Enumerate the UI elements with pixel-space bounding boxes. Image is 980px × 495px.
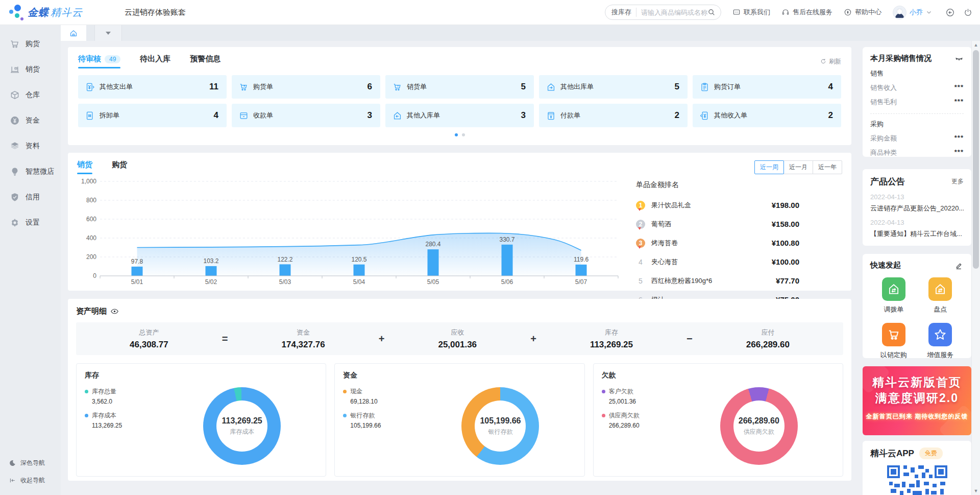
tab-home[interactable] [61, 25, 86, 41]
after-sales-label: 售后在线服务 [793, 8, 832, 17]
account-title: 云进销存体验账套 [125, 8, 186, 17]
pending-card-receipt[interactable]: 收款单 3 [232, 104, 380, 127]
pending-count-badge: 49 [105, 55, 120, 63]
assets-panel: 资产明细 总资产 46,308.77 = 资金 [68, 299, 851, 481]
more-link[interactable]: 更多 [951, 177, 964, 186]
announcement-item: 2022-04-13 云进销存产品更新公告_20220... [870, 193, 964, 213]
asset-equation: 总资产 46,308.77 = 资金 174,327.76 + [76, 322, 843, 355]
moon-icon [9, 459, 16, 467]
period-week-button[interactable]: 近一周 [754, 160, 784, 174]
avatar[interactable] [893, 6, 906, 19]
pending-card-purchase-order[interactable]: 购货单 6 [232, 75, 380, 99]
svg-text:330.7: 330.7 [499, 236, 514, 243]
refresh-icon [820, 58, 826, 64]
contact-us-link[interactable]: 联系我们 [732, 8, 770, 17]
tab-pending-inout[interactable]: 待出入库 [140, 54, 170, 68]
period-toggle-group: 近一周 近一月 近一年 [754, 160, 842, 174]
summary-row: 商品种类 *** [870, 148, 964, 157]
ranking-row[interactable]: 1 果汁饮品礼盒 ¥198.00 [636, 196, 799, 215]
sidebar-item-funds[interactable]: 资金 [0, 108, 61, 133]
pending-count: 11 [209, 82, 218, 92]
power-icon[interactable] [963, 8, 973, 17]
home-icon [69, 29, 78, 37]
pagination-dot[interactable] [462, 133, 465, 136]
pending-card-other-expense[interactable]: 其他支出单 11 [78, 75, 227, 99]
pending-card-other-income[interactable]: 其他收入单 2 [693, 104, 841, 127]
bronze-medal-icon: 3 [636, 239, 645, 248]
user-name: 小乔 [910, 8, 923, 17]
quick-action-transfer[interactable]: 调拨单 [870, 277, 917, 314]
pending-card-sales-order[interactable]: 销货单 5 [385, 75, 534, 99]
scroll-down-arrow[interactable]: ▼ [972, 487, 980, 495]
cart-sales-icon [393, 82, 402, 92]
tab-purchase[interactable]: 购货 [112, 160, 127, 174]
brand-logo[interactable]: 金蝶 精斗云 [8, 4, 95, 21]
inventory-donut-chart[interactable]: 113,269.25 库存成本 [203, 387, 281, 465]
sidebar-item-settings[interactable]: 设置 [0, 210, 61, 235]
inventory-donut-card: 库存 库存总量 3,562.0 库存成 [76, 363, 326, 477]
headset-icon [781, 8, 790, 16]
quick-action-stocktake[interactable]: 盘点 [917, 277, 964, 314]
quick-action-vas[interactable]: 增值服务 [917, 323, 964, 360]
pending-card-payment[interactable]: 付款单 2 [539, 104, 688, 127]
debt-donut-chart[interactable]: 266,289.60 供应商欠款 [720, 387, 798, 465]
period-month-button[interactable]: 近一月 [783, 160, 813, 174]
inventory-search[interactable]: 搜库存 [605, 5, 721, 20]
dark-nav-toggle[interactable]: 深色导航 [0, 454, 61, 472]
sidebar-item-sales[interactable]: 销货 [0, 57, 61, 82]
pending-card-disassembly[interactable]: 拆卸单 4 [78, 104, 227, 127]
pending-card-other-outbound[interactable]: 其他出库单 5 [539, 75, 688, 99]
announcement-link[interactable]: 云进销存产品更新公告_20220... [870, 204, 964, 213]
pending-card-other-inbound[interactable]: 其他入库单 3 [385, 104, 534, 127]
ranking-row[interactable]: 4 夹心海苔 ¥100.00 [636, 252, 799, 271]
back-circle-icon[interactable] [945, 8, 955, 17]
eye-icon[interactable] [110, 307, 119, 316]
sidebar-item-purchase[interactable]: 购货 [0, 31, 61, 57]
ranking-row[interactable]: 2 葡萄酒 ¥158.00 [636, 215, 799, 233]
sidebar-item-credit[interactable]: 信用 [0, 184, 61, 210]
product-ranking: 单品金额排名 1 果汁饮品礼盒 ¥198.00 2 葡萄酒 [631, 176, 799, 309]
silver-medal-icon: 2 [636, 220, 645, 229]
sales-bar-area-chart[interactable]: 0 200 400 600 800 1,000 [77, 176, 631, 286]
help-center-label: 帮助中心 [855, 8, 881, 17]
collapse-nav-button[interactable]: 收起导航 [0, 472, 61, 489]
search-icon[interactable] [707, 8, 716, 16]
survey-banner[interactable]: 精斗云新版首页 满意度调研2.0 全新首页已到来 期待收到您的反馈 [863, 366, 971, 435]
scrollbar-thumb[interactable] [973, 50, 979, 269]
refresh-button[interactable]: 刷新 [820, 57, 841, 66]
sidebar-item-warehouse[interactable]: 仓库 [0, 82, 61, 108]
month-summary-panel: 本月采购销售情况 销售 销售收入 *** 销售毛利 *** [863, 47, 971, 157]
tab-pending-approval[interactable]: 待审核 49 [78, 54, 120, 68]
search-input[interactable] [641, 9, 707, 16]
scroll-up-arrow[interactable]: ▲ [972, 41, 980, 49]
pending-panel: 待审核 49 待出入库 预警信息 刷新 [68, 47, 851, 145]
plus-operator: + [379, 333, 385, 345]
announcement-link[interactable]: 【重要通知】精斗云工作台域... [870, 229, 964, 239]
funds-donut-chart[interactable]: 105,199.66 银行存款 [461, 387, 539, 465]
pencil-icon[interactable] [954, 261, 964, 270]
pending-card-purchase-po[interactable]: 购货订单 4 [693, 75, 841, 99]
tab-alerts[interactable]: 预警信息 [190, 54, 220, 68]
user-menu[interactable]: 小乔 [893, 6, 932, 19]
ranking-row[interactable]: 3 烤海苔卷 ¥100.80 [636, 233, 799, 252]
collapse-icon [9, 477, 16, 484]
quick-action-purchase-by-sales[interactable]: 以销定购 [870, 323, 917, 360]
gear-icon [10, 218, 20, 228]
pending-count: 3 [521, 110, 526, 121]
period-year-button[interactable]: 近一年 [813, 160, 842, 174]
search-scope-select[interactable]: 搜库存 [611, 8, 636, 17]
house-transfer-icon [887, 282, 900, 296]
tab-sales[interactable]: 销货 [77, 160, 92, 174]
help-center-link[interactable]: 帮助中心 [844, 8, 881, 17]
message-icon [732, 8, 741, 16]
after-sales-service-link[interactable]: 售后在线服务 [781, 8, 832, 17]
pagination-dot[interactable] [455, 133, 458, 136]
sidebar-item-data[interactable]: 资料 [0, 133, 61, 159]
sidebar-item-smart-store[interactable]: 智慧微店 [0, 159, 61, 184]
tab-list-dropdown[interactable] [94, 25, 122, 41]
vertical-scrollbar[interactable]: ▲ ▼ [971, 41, 980, 495]
eye-closed-icon[interactable] [954, 54, 964, 63]
announcement-item: 2022-04-13 【重要通知】精斗云工作台域... [870, 219, 964, 239]
ranking-row[interactable]: 5 西红柿意粉酱190g*6 ¥77.70 [636, 271, 799, 290]
content-scroll-area: 待审核 49 待出入库 预警信息 刷新 [61, 41, 980, 495]
